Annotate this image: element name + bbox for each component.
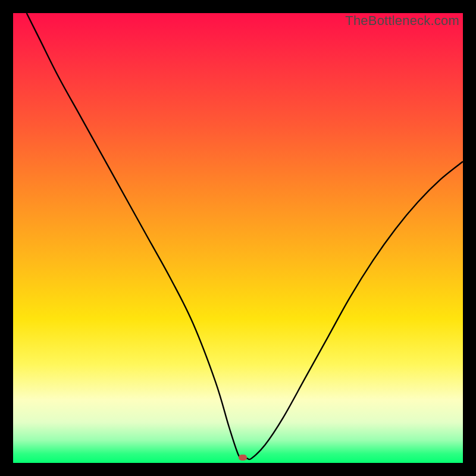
bottleneck-curve [13,13,463,463]
plot-area: TheBottleneck.com [13,13,463,463]
bottleneck-marker [239,455,247,461]
curve-path [27,13,463,459]
chart-frame: TheBottleneck.com [0,0,476,476]
